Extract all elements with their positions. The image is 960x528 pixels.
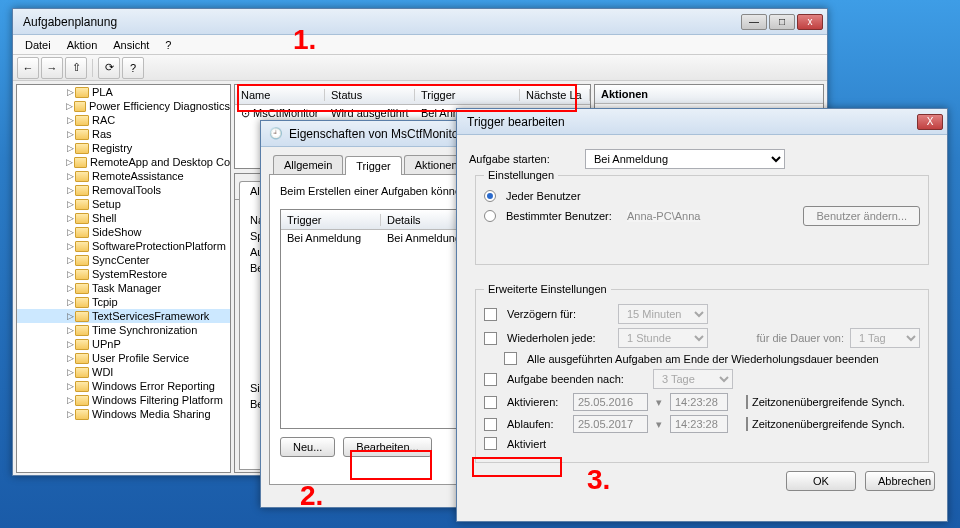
refresh-button[interactable]: ⟳: [98, 57, 120, 79]
expire-time: [670, 415, 728, 433]
menu-aktion[interactable]: Aktion: [59, 37, 106, 53]
change-user-button: Benutzer ändern...: [803, 206, 920, 226]
folder-icon: [75, 171, 89, 182]
tree-item[interactable]: ▷Time Synchronization: [17, 323, 230, 337]
maximize-button[interactable]: □: [769, 14, 795, 30]
folder-icon: [75, 129, 89, 140]
cb-tz2: [746, 417, 748, 431]
activate-date: [573, 393, 648, 411]
folder-icon: [75, 283, 89, 294]
cb-enabled[interactable]: [484, 437, 497, 450]
tree-item[interactable]: ▷Windows Media Sharing: [17, 407, 230, 421]
folder-icon: [75, 339, 89, 350]
menu-help[interactable]: ?: [157, 37, 179, 53]
stop-after-select: 3 Tage: [653, 369, 733, 389]
folder-icon: [75, 241, 89, 252]
toolbar: ← → ⇧ ⟳ ?: [13, 55, 827, 81]
folder-icon: [75, 255, 89, 266]
tree-item[interactable]: ▷User Profile Service: [17, 351, 230, 365]
annotation-2: 2.: [300, 480, 323, 512]
start-select[interactable]: Bei Anmeldung: [585, 149, 785, 169]
tree-item[interactable]: ▷Windows Filtering Platform: [17, 393, 230, 407]
tree-item[interactable]: ▷Registry: [17, 141, 230, 155]
repeat-select: 1 Stunde: [618, 328, 708, 348]
close-button[interactable]: x: [797, 14, 823, 30]
folder-icon: [75, 269, 89, 280]
forward-button[interactable]: →: [41, 57, 63, 79]
cb-repeat[interactable]: [484, 332, 497, 345]
menu-ansicht[interactable]: Ansicht: [105, 37, 157, 53]
up-button[interactable]: ⇧: [65, 57, 87, 79]
folder-icon: [75, 381, 89, 392]
tree-item[interactable]: ▷Tcpip: [17, 295, 230, 309]
folder-icon: [75, 409, 89, 420]
start-label: Aufgabe starten:: [469, 153, 579, 165]
edit-button[interactable]: Bearbeiten...: [343, 437, 431, 457]
cb-delay[interactable]: [484, 308, 497, 321]
folder-icon: [75, 87, 89, 98]
folder-icon: [75, 395, 89, 406]
tree-item[interactable]: ▷Shell: [17, 211, 230, 225]
tree-item[interactable]: ▷PLA: [17, 85, 230, 99]
tab-allgemein[interactable]: Allgemein: [273, 155, 343, 174]
folder-icon: [75, 325, 89, 336]
cb-activate[interactable]: [484, 396, 497, 409]
tree-item[interactable]: ▷SystemRestore: [17, 267, 230, 281]
folder-icon: [75, 311, 89, 322]
tree-item[interactable]: ▷RemoteAssistance: [17, 169, 230, 183]
folder-icon: [74, 157, 87, 168]
tree-item[interactable]: ▷SideShow: [17, 225, 230, 239]
tree-item[interactable]: ▷SyncCenter: [17, 253, 230, 267]
tree-item[interactable]: ▷RAC: [17, 113, 230, 127]
edit-close-button[interactable]: X: [917, 114, 943, 130]
radio-any-user[interactable]: [484, 190, 496, 202]
minimize-button[interactable]: —: [741, 14, 767, 30]
main-title: Aufgabenplanung: [17, 15, 741, 29]
folder-icon: [75, 115, 89, 126]
main-titlebar: Aufgabenplanung — □ x: [13, 9, 827, 35]
tree-item[interactable]: ▷Power Efficiency Diagnostics: [17, 99, 230, 113]
back-button[interactable]: ←: [17, 57, 39, 79]
annotation-1: 1.: [293, 24, 316, 56]
folder-icon: [75, 227, 89, 238]
cancel-button[interactable]: Abbrechen: [865, 471, 935, 491]
tree-item[interactable]: ▷Task Manager: [17, 281, 230, 295]
tree-item[interactable]: ▷Setup: [17, 197, 230, 211]
cb-tz1: [746, 395, 748, 409]
tree-item[interactable]: ▷TextServicesFramework: [17, 309, 230, 323]
repeat-dur-select: 1 Tag: [850, 328, 920, 348]
tree-item[interactable]: ▷WDI: [17, 365, 230, 379]
annotation-3: 3.: [587, 464, 610, 496]
new-button[interactable]: Neu...: [280, 437, 335, 457]
activate-time: [670, 393, 728, 411]
cb-stop-after[interactable]: [484, 373, 497, 386]
expire-date: [573, 415, 648, 433]
menu-datei[interactable]: Datei: [17, 37, 59, 53]
tab-trigger[interactable]: Trigger: [345, 156, 401, 175]
edit-title: Trigger bearbeiten: [461, 115, 917, 129]
tree-item[interactable]: ▷RemovalTools: [17, 183, 230, 197]
folder-icon: [74, 101, 86, 112]
tree-item[interactable]: ▷SoftwareProtectionPlatform: [17, 239, 230, 253]
tree-item[interactable]: ▷Ras: [17, 127, 230, 141]
actions-header: Aktionen: [595, 85, 823, 104]
folder-tree[interactable]: ▷PLA▷Power Efficiency Diagnostics▷RAC▷Ra…: [16, 84, 231, 473]
folder-icon: [75, 199, 89, 210]
tree-item[interactable]: ▷UPnP: [17, 337, 230, 351]
help-button[interactable]: ?: [122, 57, 144, 79]
folder-icon: [75, 353, 89, 364]
tree-item[interactable]: ▷RemoteApp and Desktop Co: [17, 155, 230, 169]
folder-icon: [75, 297, 89, 308]
edit-trigger-dialog: Trigger bearbeiten X Aufgabe starten: Be…: [456, 108, 948, 522]
folder-icon: [75, 213, 89, 224]
delay-select: 15 Minuten: [618, 304, 708, 324]
cb-expire[interactable]: [484, 418, 497, 431]
folder-icon: [75, 367, 89, 378]
folder-icon: [75, 143, 89, 154]
ok-button[interactable]: OK: [786, 471, 856, 491]
menubar: Datei Aktion Ansicht ?: [13, 35, 827, 55]
tree-item[interactable]: ▷Windows Error Reporting: [17, 379, 230, 393]
cb-stop-all: [504, 352, 517, 365]
folder-icon: [75, 185, 89, 196]
radio-specific-user[interactable]: [484, 210, 496, 222]
